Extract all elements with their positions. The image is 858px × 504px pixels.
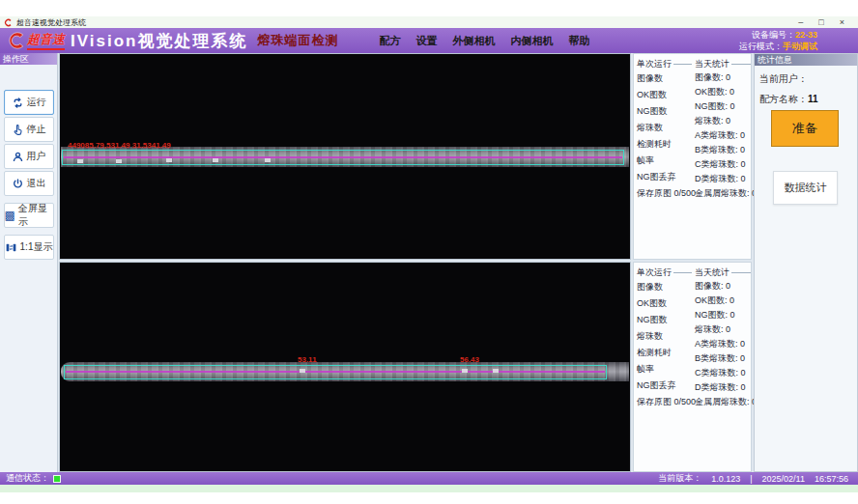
stat-row: OK图数: 0 [695,294,751,308]
status-date: 2025/02/11 [762,474,805,484]
strip-mark [77,159,83,163]
stat-row: 熔珠数: 0 [695,114,751,128]
comm-status-label: 通信状态： [6,472,49,485]
strip-mark [300,369,305,373]
stat-row: 图像数 [637,70,692,87]
measurement-annotation: 449085.79,531.49 31.5341.49 [68,141,171,150]
stat-row: A类熔珠数: 0 [695,128,751,143]
single-run-title: 单次运行 [637,266,692,279]
stat-row: 图像数 [637,279,692,295]
stats-section-outer: 单次运行 图像数 OK图数 NG图数 熔珠数 检测耗时 帧率 NG图丢弃 保存原… [633,53,752,260]
stat-row: B类熔珠数: 0 [695,351,751,366]
recipe-name-label: 配方名称： [759,94,808,104]
fullscreen-button[interactable]: ▩ 全屏显示 [4,203,54,228]
today-stats-title: 当天统计 [695,266,751,279]
comm-status-indicator [53,475,61,483]
menu-item-outer-camera[interactable]: 外侧相机 [452,34,495,48]
menu-item-help[interactable]: 帮助 [568,34,589,48]
camera-views: 449085.79,531.49 31.5341.49 53.11 56.43 [59,53,631,472]
sidebar-title: 操作区 [0,53,57,65]
one-to-one-button[interactable]: 1:1显示 [4,235,54,260]
stat-row: 金属屑熔珠数: 0 [695,395,751,409]
app-header: 超音速 IVision视觉处理系统 熔珠端面检测 配方 设置 外侧相机 内侧相机… [0,28,858,53]
stat-row: OK图数: 0 [695,85,751,99]
stat-row: C类熔珠数: 0 [695,366,751,380]
stat-row: 帧率 [637,361,692,378]
measurement-label: 56.43 [460,355,479,364]
version-value: 1.0.123 [711,474,740,484]
prepare-button[interactable]: 准备 [771,110,839,147]
fullscreen-grid-icon: ▩ [5,210,15,221]
stat-row: 图像数: 0 [695,70,751,85]
window-controls: – □ × [798,16,854,28]
stat-row: 保存原图 0/500 [637,185,692,202]
menu-item-settings[interactable]: 设置 [415,34,437,48]
stat-row: 金属屑熔珠数: 0 [695,186,751,201]
brand-name: 超音速 [27,31,65,50]
power-icon [12,178,24,190]
outer-camera-view[interactable]: 449085.79,531.49 31.5341.49 [59,53,631,260]
measurement-label: 53.11 [298,355,317,364]
stat-row: B类熔珠数: 0 [695,143,751,157]
stat-row: 熔珠数 [637,328,692,345]
stop-hand-icon [12,124,24,136]
statistics-column: 单次运行 图像数 OK图数 NG图数 熔珠数 检测耗时 帧率 NG图丢弃 保存原… [633,53,752,472]
stat-row: OK图数 [637,295,692,312]
stat-row: 熔珠数 [637,120,692,136]
brand-swoosh-icon [8,32,25,49]
user-icon [12,151,24,163]
app-logo-icon [4,18,13,27]
info-panel-title: 统计信息 [755,54,857,66]
stat-row: NG图数: 0 [695,308,751,322]
stat-row: 图像数: 0 [695,279,751,294]
menu-item-recipe[interactable]: 配方 [379,34,400,48]
minimize-icon[interactable]: – [798,16,803,28]
centerline-overlay [64,156,622,158]
strip-mark [166,158,172,162]
today-stats-groupbox: 当天统计 图像数: 0 OK图数: 0 NG图数: 0 熔珠数: 0 A类熔珠数… [695,58,751,255]
status-bar: 通信状态： 当前版本： 1.0.123 | 2025/02/11 16:57:5… [0,472,858,485]
current-user-label: 当前用户： [759,73,808,84]
run-mode-label: 运行模式： [739,42,783,51]
status-time: 16:57:56 [815,474,848,484]
device-info: 设备编号：22-33 运行模式：手动调试 [739,29,850,52]
run-button[interactable]: 运行 [4,90,54,115]
app-subtitle: 熔珠端面检测 [257,32,338,49]
stat-row: 保存原图 0/500 [637,394,692,410]
statistics-info-panel: 统计信息 当前用户： 配方名称：11 准备 数据统计 [754,53,858,472]
inner-camera-view[interactable]: 53.11 56.43 [59,262,631,472]
maximize-icon[interactable]: □ [818,16,823,28]
strip-mark [265,158,271,162]
device-number-value: 22-33 [795,30,817,40]
desktop-strip [0,485,858,492]
stat-row: OK图数 [637,87,692,103]
stat-row: NG图数 [637,312,692,328]
separator: | [750,474,752,484]
window-title: 超音速视觉处理系统 [16,17,86,28]
single-run-title: 单次运行 [637,58,692,70]
centerline-overlay [66,371,605,373]
strip-mark [116,159,122,163]
stat-row: D类熔珠数: 0 [695,172,751,186]
device-number-label: 设备编号： [752,30,795,40]
stat-row: A类熔珠数: 0 [695,337,751,351]
application-window: 超音速视觉处理系统 – □ × 超音速 IVision视觉处理系统 熔珠端面检测… [0,0,858,504]
single-run-groupbox: 单次运行 图像数 OK图数 NG图数 熔珠数 检测耗时 帧率 NG图丢弃 保存原… [637,58,692,255]
today-stats-groupbox: 当天统计 图像数: 0 OK图数: 0 NG图数: 0 熔珠数: 0 A类熔珠数… [695,266,751,467]
user-button[interactable]: 用户 [4,144,54,169]
exit-button[interactable]: 退出 [4,171,54,196]
menu-bar: 配方 设置 外侧相机 内侧相机 帮助 [379,34,589,48]
one-to-one-button-label: 1:1显示 [20,240,53,254]
version-label: 当前版本： [658,472,701,485]
strip-mark [493,369,499,373]
data-statistics-button[interactable]: 数据统计 [773,171,838,205]
today-stats-title: 当天统计 [695,58,751,70]
menu-item-inner-camera[interactable]: 内侧相机 [510,34,553,48]
run-mode-value: 手动调试 [783,42,817,51]
stats-section-inner: 单次运行 图像数 OK图数 NG图数 熔珠数 检测耗时 帧率 NG图丢弃 保存原… [633,262,752,472]
stat-row: 检测耗时 [637,345,692,361]
stat-row: NG图数: 0 [695,99,751,114]
close-icon[interactable]: × [840,16,844,28]
stop-button[interactable]: 停止 [4,117,54,142]
app-title: IVision视觉处理系统 [71,30,247,52]
